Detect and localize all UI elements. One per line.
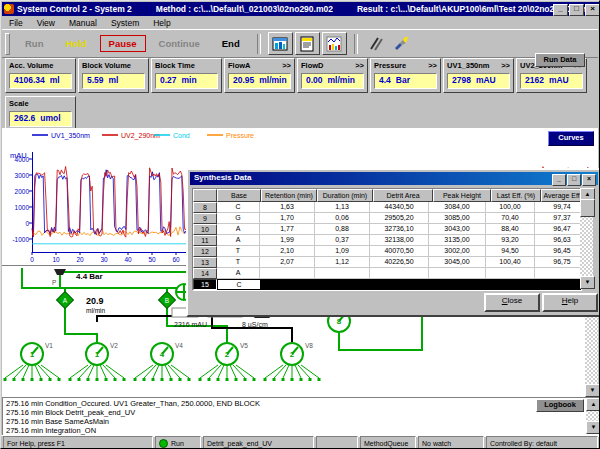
close-button[interactable]: Close [484, 293, 540, 312]
table-cell[interactable]: 97,37 [535, 213, 582, 224]
column-header[interactable]: Peak Height [433, 189, 491, 202]
close-icon[interactable]: × [582, 174, 596, 186]
table-cell[interactable] [371, 279, 430, 290]
chart-icon[interactable] [322, 32, 347, 55]
run-data-tab[interactable]: Run Data [535, 53, 585, 67]
table-cell[interactable]: 3045,00 [429, 257, 486, 268]
scroll-down-icon[interactable]: ▼ [580, 276, 595, 289]
table-cell[interactable]: A [217, 224, 260, 235]
expand-chevrons-icon[interactable]: >> [501, 61, 510, 70]
valve-icon[interactable]: 1V1 [4, 342, 61, 381]
menu-manual[interactable]: Manual [62, 18, 104, 28]
column-header[interactable]: Average Eff. (%) [541, 189, 582, 202]
table-cell[interactable] [316, 279, 371, 290]
table-cell[interactable]: 94,50 [486, 246, 535, 257]
hold-button[interactable]: Hold [56, 35, 95, 52]
table-cell[interactable]: 0,06 [315, 213, 370, 224]
table-cell[interactable]: 32736,10 [370, 224, 429, 235]
table-cell[interactable]: 40226,50 [370, 257, 429, 268]
table-cell[interactable]: 96,63 [535, 235, 582, 246]
table-cell[interactable]: 96,45 [535, 246, 582, 257]
table-cell[interactable]: 96,47 [535, 224, 582, 235]
minimize-icon[interactable]: _ [553, 4, 568, 16]
table-cell[interactable] [486, 268, 535, 279]
end-button[interactable]: End [213, 35, 249, 52]
table-cell[interactable]: 99,74 [535, 202, 582, 213]
close-icon[interactable]: × [585, 4, 600, 16]
row-header[interactable]: 12 [193, 246, 217, 257]
column-header[interactable] [193, 189, 217, 202]
table-cell[interactable]: 1,13 [315, 202, 370, 213]
table-row[interactable]: 11A1,990,3732138,003135,0093,2096,63 [193, 235, 581, 246]
table-cell[interactable] [487, 279, 536, 290]
row-header[interactable]: 11 [193, 235, 217, 246]
toolbar-grip[interactable] [5, 33, 10, 55]
row-header[interactable]: 10 [193, 224, 217, 235]
expand-chevrons-icon[interactable]: >> [282, 61, 291, 70]
valve-icon[interactable]: 1V2 [69, 342, 126, 381]
column-header[interactable]: Base [217, 189, 261, 202]
scroll-up-icon[interactable]: ▲ [586, 398, 600, 411]
table-cell[interactable]: 1,12 [315, 257, 370, 268]
row-header[interactable]: 15 [193, 279, 217, 290]
table-cell[interactable]: 1,99 [260, 235, 315, 246]
table-row[interactable]: 9G1,700,0629505,203085,0070,4097,37 [193, 213, 581, 224]
table-cell[interactable]: 29505,20 [370, 213, 429, 224]
pump-a-icon[interactable]: A [57, 292, 74, 309]
column-header[interactable]: Detrit Area [373, 189, 433, 202]
menu-system[interactable]: System [104, 18, 146, 28]
column-header[interactable]: Duration (min) [317, 189, 373, 202]
table-cell[interactable]: C [217, 279, 261, 290]
table-cell[interactable]: 1,70 [260, 213, 315, 224]
column-header[interactable]: Last Eff. (%) [491, 189, 541, 202]
table-cell[interactable]: 0,88 [315, 224, 370, 235]
table-cell[interactable]: 70,40 [486, 213, 535, 224]
table-cell[interactable]: G [217, 213, 260, 224]
table-cell[interactable]: 1,63 [260, 202, 315, 213]
run-button[interactable]: Run [16, 35, 52, 52]
row-header[interactable]: 8 [193, 202, 217, 213]
dialog-title-bar[interactable]: Synthesis Data _ □ × [190, 172, 598, 185]
pump-b-icon[interactable]: B [159, 292, 176, 309]
table-cell[interactable] [430, 279, 487, 290]
table-cell[interactable] [429, 268, 486, 279]
minimize-icon[interactable]: _ [552, 174, 566, 186]
table-cell[interactable]: 88,40 [486, 224, 535, 235]
table-cell[interactable]: T [217, 257, 260, 268]
pause-button[interactable]: Pause [100, 35, 146, 52]
scroll-down-icon[interactable]: ▼ [585, 384, 600, 397]
table-cell[interactable]: 3085,00 [429, 213, 486, 224]
table-cell[interactable] [260, 268, 315, 279]
table-cell[interactable]: 32138,00 [370, 235, 429, 246]
continue-button[interactable]: Continue [150, 35, 209, 52]
table-cell[interactable]: A [217, 235, 260, 246]
pens-icon[interactable] [365, 33, 388, 54]
table-scrollbar[interactable]: ▲ ▼ [580, 188, 593, 289]
table-cell[interactable] [315, 268, 370, 279]
table-cell[interactable]: 2,10 [260, 246, 315, 257]
maximize-icon[interactable]: □ [569, 4, 584, 16]
table-cell[interactable]: T [217, 246, 260, 257]
menu-file[interactable]: File [2, 18, 30, 28]
valve-icon[interactable]: 2V8 [264, 342, 321, 381]
table-cell[interactable]: 100,00 [486, 202, 535, 213]
row-header[interactable]: 13 [193, 257, 217, 268]
table-cell[interactable]: 2,07 [260, 257, 315, 268]
table-cell[interactable]: 3002,00 [429, 246, 486, 257]
title-bar[interactable]: System Control 2 - System 2 Method : c:\… [2, 2, 600, 16]
report-icon[interactable] [295, 32, 320, 55]
table-row[interactable]: 14A [193, 268, 581, 279]
valve-icon[interactable]: 2V5 [199, 342, 256, 381]
menu-view[interactable]: View [30, 18, 62, 28]
table-row[interactable]: 12T2,101,0940070,503002,0094,5096,45 [193, 246, 581, 257]
table-cell[interactable]: 100,40 [486, 257, 535, 268]
table-cell[interactable]: 40070,50 [370, 246, 429, 257]
scroll-down-icon[interactable]: ▼ [586, 421, 600, 434]
table-cell[interactable] [535, 268, 582, 279]
curves-button[interactable]: Curves [548, 131, 594, 146]
table-row[interactable]: 8C1,631,1344340,503084,00100,0099,74 [193, 202, 581, 213]
expand-chevrons-icon[interactable]: >> [355, 61, 364, 70]
menu-help[interactable]: Help [146, 18, 177, 28]
table-cell[interactable]: 3043,00 [429, 224, 486, 235]
table-cell[interactable]: 1,09 [315, 246, 370, 257]
